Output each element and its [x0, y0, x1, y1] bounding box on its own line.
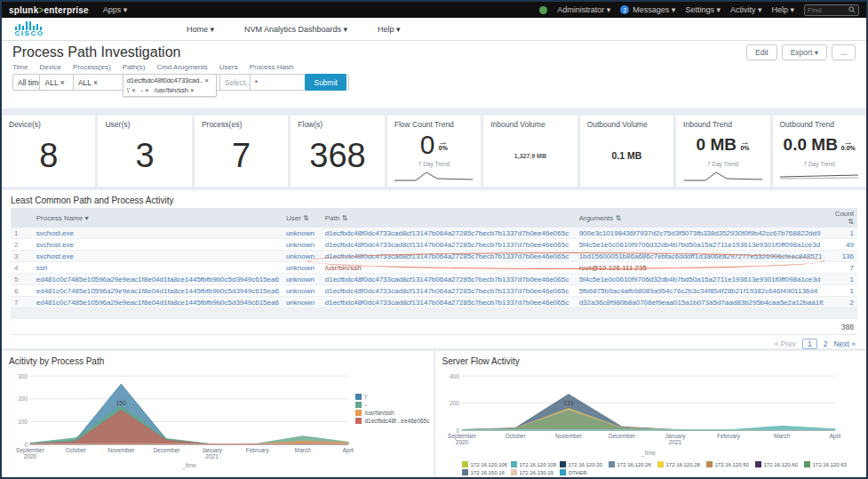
edit-button[interactable]: Edit: [746, 44, 777, 60]
legend-item[interactable]: -: [355, 402, 429, 408]
settings-menu[interactable]: Settings ▾: [685, 5, 721, 14]
filter-token[interactable]: d1ecfbdc48f0dc4733cad.. ×: [127, 76, 209, 84]
user-link[interactable]: unknown: [286, 229, 315, 237]
legend-item[interactable]: d1ecfbdc48f...ee46e065c: [355, 418, 429, 424]
page-2-button[interactable]: 2: [824, 339, 828, 348]
legend-label: 172.16.120.26: [617, 462, 651, 467]
path-link[interactable]: d1ecfbdc48f0dc4733cad8cf13147b064a27285c…: [325, 299, 569, 307]
find-search-box[interactable]: [804, 4, 859, 16]
column-header-arguments[interactable]: Arguments ⇅: [576, 208, 824, 228]
filter-label: Cmd Arugments: [156, 63, 207, 71]
legend-item[interactable]: 172.16.120.20: [560, 461, 605, 467]
nav-item-1[interactable]: NVM Analytics Dashboards ▾: [244, 25, 347, 34]
arguments-link[interactable]: 900e3c10198436f7937d2c75d3f5073fb338d352…: [579, 229, 821, 237]
legend-swatch-icon: [511, 469, 517, 475]
legend-item[interactable]: \': [355, 394, 429, 400]
legend-item[interactable]: OTHER: [560, 469, 605, 475]
filter-value: *: [255, 78, 258, 87]
cell-user: unknown: [283, 251, 322, 262]
arguments-link[interactable]: 5f4c5e1e0c0610f9706d32db4b7bd50a15a2711e…: [579, 241, 821, 249]
legend-swatch-icon: [560, 461, 566, 467]
column-header-count[interactable]: Count ⇅: [824, 208, 857, 228]
count-link[interactable]: 136: [842, 252, 854, 260]
kpi-label: Outbound Volume: [587, 120, 666, 129]
legend-item[interactable]: 172.16.150.16: [462, 469, 507, 475]
arguments-link[interactable]: 5f4c5e1e0c0610f9706d32db4b7bd50a15a2711e…: [579, 275, 821, 283]
export-button[interactable]: Export ▾: [782, 44, 827, 60]
user-link[interactable]: unknown: [286, 264, 315, 272]
legend-item[interactable]: 172.16.120.50: [706, 461, 752, 467]
health-status-icon[interactable]: [539, 6, 547, 14]
next-page-button[interactable]: Next »: [833, 339, 856, 348]
count-link[interactable]: 2: [850, 299, 854, 307]
user-link[interactable]: unknown: [286, 241, 315, 249]
cell-args: 5f4c5e1e0c0610f9706d32db4b7bd50a15a2711e…: [576, 274, 824, 285]
arguments-link[interactable]: d32a36c8f980b8a0708ef9eaa015a1b073a5d7aa…: [579, 299, 824, 307]
column-header-user[interactable]: User ⇅: [283, 208, 322, 228]
filter-label: Time: [12, 63, 28, 71]
page-1-button[interactable]: 1: [802, 339, 817, 349]
svg-text:March: March: [773, 433, 789, 439]
user-link[interactable]: unknown: [286, 252, 315, 260]
legend-item[interactable]: 172.16.120.63: [804, 461, 849, 467]
kpi-value: 0.1 MB: [611, 150, 641, 161]
nav-item-2[interactable]: Help ▾: [378, 25, 401, 34]
splunk-logo[interactable]: splunk>enterprise: [9, 5, 89, 15]
path-link[interactable]: d1ecfbdc48f0dc4733cad8cf13147b064a27285c…: [325, 241, 569, 249]
help-menu[interactable]: Help ▾: [771, 5, 794, 14]
count-link[interactable]: 1: [850, 229, 854, 237]
count-link[interactable]: 1: [850, 287, 854, 295]
count-link[interactable]: 49: [846, 241, 854, 249]
path-link[interactable]: d1ecfbdc48f0dc4733cad8cf13147b064a27285c…: [325, 275, 569, 283]
apps-menu[interactable]: Apps ▾: [103, 5, 128, 14]
path-link[interactable]: d1ecfbdc48f0dc4733cad8cf13147b064a27285c…: [325, 229, 569, 237]
kpi-card-flow-count-trend: Flow Count Trend0→0%7 Day Trend: [387, 116, 481, 187]
trend-percent: 0.0%: [841, 145, 856, 152]
process-name-link[interactable]: svchost.exe: [36, 252, 74, 260]
path-link[interactable]: d1ecfbdc48f0dc4733cad8cf13147b064a27285c…: [325, 252, 569, 260]
count-link[interactable]: 7: [850, 264, 854, 272]
process-name-link[interactable]: svchost.exe: [36, 241, 74, 249]
column-header-path[interactable]: Path ⇅: [322, 208, 576, 228]
legend-swatch-icon: [355, 402, 362, 408]
legend-item[interactable]: 172.16.120.109: [511, 461, 556, 467]
arguments-link[interactable]: 5fb6875b9ac4afb98089a954c76c2b3c34f854f2…: [579, 287, 818, 295]
find-input[interactable]: [808, 6, 848, 14]
more-actions-button[interactable]: ...: [832, 44, 856, 60]
path-multiselect[interactable]: d1ecfbdc48f0dc4733cad.. ×\' ×- ×/usr/bin…: [123, 74, 217, 97]
filter-token[interactable]: \' ×: [127, 86, 136, 94]
legend-item[interactable]: 172.16.120.106: [462, 461, 507, 467]
administrator-menu[interactable]: Administrator ▾: [557, 5, 610, 14]
activity-menu[interactable]: Activity ▾: [730, 5, 762, 14]
legend-item[interactable]: 172.16.120.26: [609, 461, 654, 467]
prev-page-button[interactable]: « Prev: [774, 339, 796, 348]
kpi-label: Flow(s): [298, 120, 377, 129]
cell-process: svchost.exe: [33, 251, 283, 262]
user-link[interactable]: unknown: [286, 287, 315, 295]
arguments-link[interactable]: 1bd15600051b86a686c7ebfac6dddff1d3a06ea2…: [579, 252, 823, 260]
svg-text:2020: 2020: [455, 439, 468, 445]
messages-menu[interactable]: Messages ▾: [633, 5, 675, 14]
nav-item-0[interactable]: Home ▾: [187, 25, 214, 34]
user-link[interactable]: unknown: [286, 299, 315, 307]
process-name-link[interactable]: ed481c0c7485e10596a29e9eac1f8e04d1fa8ce1…: [36, 299, 279, 307]
process-name-link[interactable]: svchost.exe: [36, 229, 74, 237]
process-name-link[interactable]: ed481c0c7485e10596a29e9eac1f8e04d1fa8ce1…: [36, 275, 279, 283]
legend-item[interactable]: 172.16.120.60: [755, 461, 800, 467]
filter-token[interactable]: /usr/bin/ssh ×: [155, 86, 195, 94]
column-header-process[interactable]: Process Name ▾: [33, 208, 283, 228]
table-row: 6ed481c0c7485e10596a29e9eac1f8e04d1fa8ce…: [11, 285, 857, 297]
process-name-link[interactable]: ed481c0c7485e10596a29e9eac1f8e04d1fa8ce1…: [36, 287, 279, 295]
legend-item[interactable]: /usr/bin/ssh: [355, 410, 429, 416]
path-link[interactable]: d1ecfbdc48f0dc4733cad8cf13147b064a27285c…: [325, 287, 569, 295]
filter-token[interactable]: - ×: [141, 86, 149, 94]
arguments-link[interactable]: root@10.126.111.235: [579, 264, 647, 272]
process-name-link[interactable]: ssh: [36, 264, 47, 272]
submit-button[interactable]: Submit: [305, 74, 346, 91]
legend-item[interactable]: 172.16.130.19: [511, 469, 556, 475]
user-link[interactable]: unknown: [286, 275, 315, 283]
count-link[interactable]: 1: [850, 275, 854, 283]
path-link[interactable]: /usr/bin/ssh: [325, 264, 362, 272]
legend-item[interactable]: 172.16.120.28: [657, 461, 703, 467]
cell-process: svchost.exe: [33, 228, 283, 239]
